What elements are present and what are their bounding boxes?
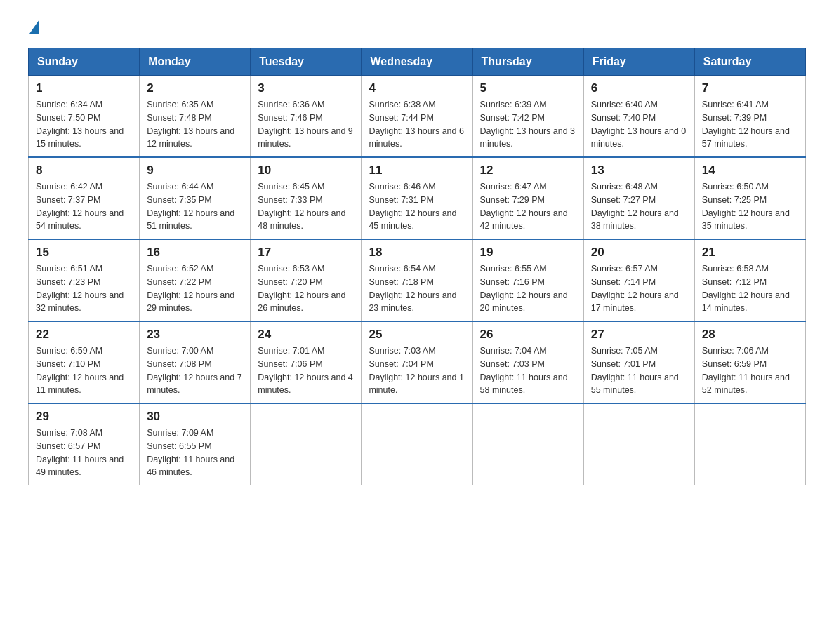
day-number: 6 — [591, 81, 687, 95]
day-number: 30 — [147, 410, 243, 424]
calendar-cell: 3Sunrise: 6:36 AMSunset: 7:46 PMDaylight… — [251, 76, 362, 158]
day-number: 10 — [258, 163, 354, 177]
day-number: 11 — [369, 163, 465, 177]
day-number: 26 — [480, 328, 576, 342]
calendar-cell: 30Sunrise: 7:09 AMSunset: 6:55 PMDayligh… — [140, 403, 251, 485]
day-info: Sunrise: 6:38 AMSunset: 7:44 PMDaylight:… — [369, 98, 465, 151]
day-number: 19 — [480, 246, 576, 260]
day-info: Sunrise: 6:55 AMSunset: 7:16 PMDaylight:… — [480, 262, 576, 315]
day-info: Sunrise: 6:39 AMSunset: 7:42 PMDaylight:… — [480, 98, 576, 151]
day-info: Sunrise: 7:03 AMSunset: 7:04 PMDaylight:… — [369, 344, 465, 397]
day-info: Sunrise: 6:42 AMSunset: 7:37 PMDaylight:… — [36, 180, 132, 233]
calendar-cell: 28Sunrise: 7:06 AMSunset: 6:59 PMDayligh… — [694, 321, 805, 403]
day-number: 2 — [147, 81, 243, 95]
calendar-cell — [362, 403, 472, 485]
day-number: 16 — [147, 246, 243, 260]
logo — [28, 21, 39, 34]
calendar-cell: 9Sunrise: 6:44 AMSunset: 7:35 PMDaylight… — [140, 157, 251, 239]
day-info: Sunrise: 6:47 AMSunset: 7:29 PMDaylight:… — [480, 180, 576, 233]
header-tuesday: Tuesday — [251, 48, 362, 76]
calendar-cell: 16Sunrise: 6:52 AMSunset: 7:22 PMDayligh… — [140, 239, 251, 321]
day-number: 1 — [36, 81, 132, 95]
calendar-cell: 21Sunrise: 6:58 AMSunset: 7:12 PMDayligh… — [694, 239, 805, 321]
calendar-cell: 18Sunrise: 6:54 AMSunset: 7:18 PMDayligh… — [362, 239, 472, 321]
calendar-cell: 6Sunrise: 6:40 AMSunset: 7:40 PMDaylight… — [583, 76, 694, 158]
day-number: 13 — [591, 163, 687, 177]
day-info: Sunrise: 6:44 AMSunset: 7:35 PMDaylight:… — [147, 180, 243, 233]
header-friday: Friday — [583, 48, 694, 76]
day-number: 20 — [591, 246, 687, 260]
day-number: 21 — [702, 246, 798, 260]
calendar-cell: 10Sunrise: 6:45 AMSunset: 7:33 PMDayligh… — [251, 157, 362, 239]
calendar-cell — [251, 403, 362, 485]
header-monday: Monday — [140, 48, 251, 76]
day-number: 29 — [36, 410, 132, 424]
calendar-cell: 12Sunrise: 6:47 AMSunset: 7:29 PMDayligh… — [472, 157, 583, 239]
day-number: 25 — [369, 328, 465, 342]
weekday-header-row: Sunday Monday Tuesday Wednesday Thursday… — [29, 48, 806, 76]
calendar-week-row: 29Sunrise: 7:08 AMSunset: 6:57 PMDayligh… — [29, 403, 806, 485]
calendar-week-row: 15Sunrise: 6:51 AMSunset: 7:23 PMDayligh… — [29, 239, 806, 321]
logo-triangle-icon — [29, 20, 39, 34]
day-number: 14 — [702, 163, 798, 177]
header — [28, 21, 806, 34]
day-number: 9 — [147, 163, 243, 177]
day-info: Sunrise: 7:01 AMSunset: 7:06 PMDaylight:… — [258, 344, 354, 397]
day-info: Sunrise: 6:59 AMSunset: 7:10 PMDaylight:… — [36, 344, 132, 397]
calendar-cell: 14Sunrise: 6:50 AMSunset: 7:25 PMDayligh… — [694, 157, 805, 239]
day-info: Sunrise: 7:08 AMSunset: 6:57 PMDaylight:… — [36, 427, 132, 479]
calendar-cell: 19Sunrise: 6:55 AMSunset: 7:16 PMDayligh… — [472, 239, 583, 321]
calendar-cell: 17Sunrise: 6:53 AMSunset: 7:20 PMDayligh… — [251, 239, 362, 321]
calendar-cell: 8Sunrise: 6:42 AMSunset: 7:37 PMDaylight… — [29, 157, 140, 239]
day-info: Sunrise: 6:41 AMSunset: 7:39 PMDaylight:… — [702, 98, 798, 151]
calendar-cell: 7Sunrise: 6:41 AMSunset: 7:39 PMDaylight… — [694, 76, 805, 158]
day-number: 22 — [36, 328, 132, 342]
calendar-week-row: 1Sunrise: 6:34 AMSunset: 7:50 PMDaylight… — [29, 76, 806, 158]
day-info: Sunrise: 6:48 AMSunset: 7:27 PMDaylight:… — [591, 180, 687, 233]
day-info: Sunrise: 6:34 AMSunset: 7:50 PMDaylight:… — [36, 98, 132, 151]
day-info: Sunrise: 6:52 AMSunset: 7:22 PMDaylight:… — [147, 262, 243, 315]
day-number: 18 — [369, 246, 465, 260]
day-number: 4 — [369, 81, 465, 95]
calendar-cell: 22Sunrise: 6:59 AMSunset: 7:10 PMDayligh… — [29, 321, 140, 403]
calendar-cell: 24Sunrise: 7:01 AMSunset: 7:06 PMDayligh… — [251, 321, 362, 403]
calendar-cell: 27Sunrise: 7:05 AMSunset: 7:01 PMDayligh… — [583, 321, 694, 403]
calendar-cell: 23Sunrise: 7:00 AMSunset: 7:08 PMDayligh… — [140, 321, 251, 403]
day-info: Sunrise: 6:40 AMSunset: 7:40 PMDaylight:… — [591, 98, 687, 151]
day-info: Sunrise: 7:06 AMSunset: 6:59 PMDaylight:… — [702, 344, 798, 397]
day-number: 7 — [702, 81, 798, 95]
calendar-cell: 15Sunrise: 6:51 AMSunset: 7:23 PMDayligh… — [29, 239, 140, 321]
day-number: 3 — [258, 81, 354, 95]
day-number: 17 — [258, 246, 354, 260]
day-info: Sunrise: 6:50 AMSunset: 7:25 PMDaylight:… — [702, 180, 798, 233]
day-info: Sunrise: 7:00 AMSunset: 7:08 PMDaylight:… — [147, 344, 243, 397]
calendar-cell: 4Sunrise: 6:38 AMSunset: 7:44 PMDaylight… — [362, 76, 472, 158]
calendar-cell: 13Sunrise: 6:48 AMSunset: 7:27 PMDayligh… — [583, 157, 694, 239]
day-number: 23 — [147, 328, 243, 342]
calendar-week-row: 22Sunrise: 6:59 AMSunset: 7:10 PMDayligh… — [29, 321, 806, 403]
day-info: Sunrise: 6:57 AMSunset: 7:14 PMDaylight:… — [591, 262, 687, 315]
day-number: 27 — [591, 328, 687, 342]
calendar-cell — [472, 403, 583, 485]
calendar-cell: 1Sunrise: 6:34 AMSunset: 7:50 PMDaylight… — [29, 76, 140, 158]
day-info: Sunrise: 6:35 AMSunset: 7:48 PMDaylight:… — [147, 98, 243, 151]
calendar-cell: 5Sunrise: 6:39 AMSunset: 7:42 PMDaylight… — [472, 76, 583, 158]
day-info: Sunrise: 6:46 AMSunset: 7:31 PMDaylight:… — [369, 180, 465, 233]
day-info: Sunrise: 6:53 AMSunset: 7:20 PMDaylight:… — [258, 262, 354, 315]
day-number: 24 — [258, 328, 354, 342]
day-number: 15 — [36, 246, 132, 260]
day-info: Sunrise: 7:09 AMSunset: 6:55 PMDaylight:… — [147, 427, 243, 479]
day-info: Sunrise: 6:58 AMSunset: 7:12 PMDaylight:… — [702, 262, 798, 315]
calendar-table: Sunday Monday Tuesday Wednesday Thursday… — [28, 48, 806, 485]
day-number: 28 — [702, 328, 798, 342]
header-saturday: Saturday — [694, 48, 805, 76]
calendar-cell — [694, 403, 805, 485]
day-info: Sunrise: 6:51 AMSunset: 7:23 PMDaylight:… — [36, 262, 132, 315]
calendar-cell: 25Sunrise: 7:03 AMSunset: 7:04 PMDayligh… — [362, 321, 472, 403]
calendar-cell: 11Sunrise: 6:46 AMSunset: 7:31 PMDayligh… — [362, 157, 472, 239]
day-info: Sunrise: 6:54 AMSunset: 7:18 PMDaylight:… — [369, 262, 465, 315]
day-number: 5 — [480, 81, 576, 95]
calendar-week-row: 8Sunrise: 6:42 AMSunset: 7:37 PMDaylight… — [29, 157, 806, 239]
calendar-cell: 26Sunrise: 7:04 AMSunset: 7:03 PMDayligh… — [472, 321, 583, 403]
day-number: 8 — [36, 163, 132, 177]
